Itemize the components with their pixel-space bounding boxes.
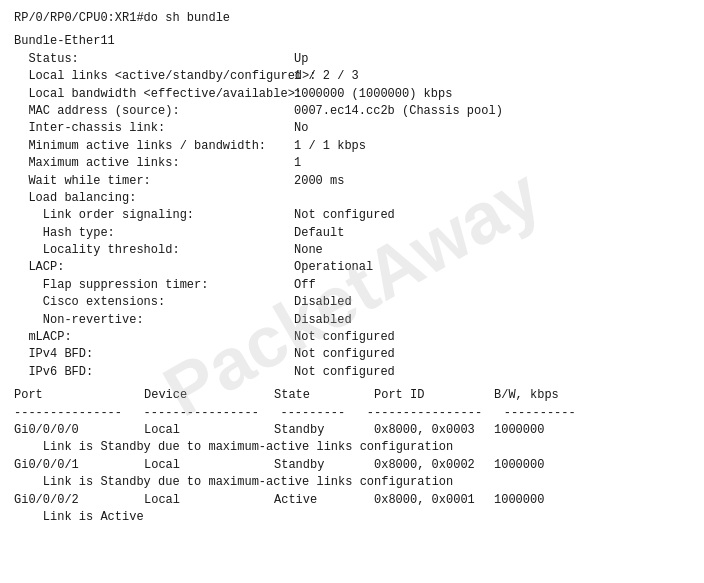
table-row: Gi0/0/0/2 Local Active 0x8000, 0x0001 10…	[14, 492, 690, 509]
table-divider: --------------- ---------------- -------…	[14, 405, 690, 422]
field-lacp: LACP: Operational	[14, 259, 690, 276]
field-locality: Locality threshold: None	[14, 242, 690, 259]
table-row-note: Link is Active	[14, 509, 690, 526]
field-ipv6-bfd: IPv6 BFD: Not configured	[14, 364, 690, 381]
field-local-bw: Local bandwidth <effective/available>: 1…	[14, 86, 690, 103]
bundle-name: Bundle-Ether11	[14, 33, 690, 50]
table-row-note: Link is Standby due to maximum-active li…	[14, 439, 690, 456]
field-local-links: Local links <active/standby/configured>:…	[14, 68, 690, 85]
field-inter-chassis: Inter-chassis link: No	[14, 120, 690, 137]
field-link-order: Link order signaling: Not configured	[14, 207, 690, 224]
field-load-balancing: Load balancing:	[14, 190, 690, 207]
field-flap: Flap suppression timer: Off	[14, 277, 690, 294]
field-min-active: Minimum active links / bandwidth: 1 / 1 …	[14, 138, 690, 155]
field-cisco-ext: Cisco extensions: Disabled	[14, 294, 690, 311]
field-non-revertive: Non-revertive: Disabled	[14, 312, 690, 329]
table-row-note: Link is Standby due to maximum-active li…	[14, 474, 690, 491]
field-mac: MAC address (source): 0007.ec14.cc2b (Ch…	[14, 103, 690, 120]
field-hash-type: Hash type: Default	[14, 225, 690, 242]
table-header-row: Port Device State Port ID B/W, kbps	[14, 387, 690, 404]
field-wait-timer: Wait while timer: 2000 ms	[14, 173, 690, 190]
table-row: Gi0/0/0/0 Local Standby 0x8000, 0x0003 1…	[14, 422, 690, 439]
field-mlacp: mLACP: Not configured	[14, 329, 690, 346]
prompt-line: RP/0/RP0/CPU0:XR1#do sh bundle	[14, 10, 690, 27]
field-max-active: Maximum active links: 1	[14, 155, 690, 172]
table-row: Gi0/0/0/1 Local Standby 0x8000, 0x0002 1…	[14, 457, 690, 474]
field-ipv4-bfd: IPv4 BFD: Not configured	[14, 346, 690, 363]
field-status: Status: Up	[14, 51, 690, 68]
terminal-window: PacketAway RP/0/RP0/CPU0:XR1#do sh bundl…	[0, 0, 704, 583]
